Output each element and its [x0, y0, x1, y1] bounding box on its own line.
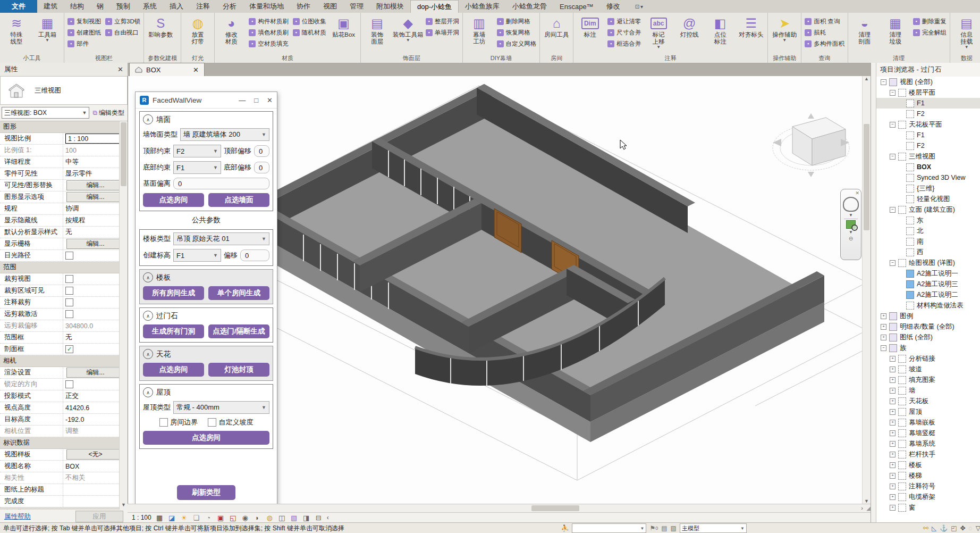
checkbox-房间边界[interactable]: 房间边界: [159, 418, 198, 427]
tree-item-天花板平面[interactable]: −天花板平面: [876, 119, 980, 130]
menu-tab-小鲶鱼族库[interactable]: 小鲶鱼族库: [459, 0, 506, 13]
select-underlay-icon[interactable]: ◺: [932, 524, 936, 532]
property-value[interactable]: 41420.6: [65, 404, 89, 412]
temporary-hide-isolate-icon[interactable]: ◗: [253, 513, 262, 522]
ribbon-button-操作辅助[interactable]: ➤操作辅助▼: [770, 14, 799, 54]
edit-type-button[interactable]: ⧉ 编辑类型: [91, 109, 126, 118]
ribbon-button-点位标注[interactable]: ◧点位标注: [705, 14, 735, 54]
menu-tab-建筑[interactable]: 建筑: [37, 0, 64, 13]
menu-tab-小鲶鱼龙骨[interactable]: 小鲶鱼龙骨: [506, 0, 553, 13]
menu-tab-视图[interactable]: 视图: [317, 0, 343, 13]
tree-toggle-icon[interactable]: +: [881, 324, 886, 330]
menu-tab-分析[interactable]: 分析: [216, 0, 243, 13]
scroll-right-icon[interactable]: ›: [861, 504, 863, 512]
checkbox[interactable]: [65, 380, 73, 388]
property-value[interactable]: -192.0: [65, 416, 84, 423]
tree-item-楼层平面[interactable]: −楼层平面: [876, 87, 980, 98]
tree-item-Synced 3D View[interactable]: Synced 3D View: [876, 172, 980, 183]
tree-item-图例[interactable]: +图例: [876, 311, 980, 321]
reveal-hidden-elements-icon[interactable]: ◍: [265, 513, 274, 522]
ribbon-button-单墙开洞[interactable]: ▪单墙开洞: [424, 27, 461, 38]
ribbon-button-自定义网格[interactable]: ▪自定义网格: [495, 38, 538, 49]
select-创建标高[interactable]: F1▼: [173, 249, 221, 262]
properties-help-link[interactable]: 属性帮助: [4, 512, 31, 521]
property-section-相机[interactable]: 相机⌃: [0, 355, 128, 367]
tree-item-A2施工说明三[interactable]: A2施工说明三: [876, 279, 980, 289]
edit-button[interactable]: 编辑...: [66, 368, 124, 378]
ribbon-button-影响参数[interactable]: S影响参数: [146, 14, 175, 54]
tree-toggle-icon[interactable]: +: [890, 409, 895, 415]
select-by-face-icon[interactable]: ◰: [951, 524, 957, 532]
property-value[interactable]: 100: [65, 147, 77, 154]
select-pinned-icon[interactable]: ⚓: [940, 524, 948, 532]
tree-item-BOX[interactable]: BOX: [876, 162, 980, 172]
button-灯池封顶[interactable]: 灯池封顶: [208, 363, 269, 377]
property-value[interactable]: 协调: [65, 204, 79, 213]
tree-toggle-icon[interactable]: −: [890, 90, 895, 96]
tree-item-坡道[interactable]: +坡道: [876, 364, 980, 374]
tree-toggle-icon[interactable]: +: [890, 494, 895, 500]
temporary-view-properties-icon[interactable]: ◫: [277, 513, 286, 522]
property-value[interactable]: 无: [65, 333, 72, 342]
ribbon-button-房间工具[interactable]: ⌂房间工具: [542, 14, 571, 54]
tree-item-A2施工说明二[interactable]: A2施工说明二: [876, 289, 980, 300]
detail-level-icon[interactable]: ▦: [155, 513, 164, 522]
dialog-titlebar[interactable]: R FacedWallView — □ ✕: [136, 92, 277, 109]
apply-button[interactable]: 应用: [75, 511, 123, 522]
tree-item-窗[interactable]: +窗: [876, 502, 980, 513]
edit-button[interactable]: 编辑...: [66, 239, 124, 249]
properties-close-icon[interactable]: ✕: [117, 65, 123, 73]
ribbon-button-填色材质刷[interactable]: ▪填色材质刷: [247, 27, 290, 38]
checkbox[interactable]: [65, 298, 73, 306]
tree-item-墙[interactable]: +墙: [876, 385, 980, 396]
tree-item-{三维}[interactable]: {三维}: [876, 183, 980, 194]
section-header-roof[interactable]: ∧屋顶: [143, 387, 269, 397]
button-点选房间[interactable]: 点选房间: [143, 193, 204, 207]
tree-item-F1[interactable]: F1: [876, 98, 980, 109]
ribbon-button-自由视口[interactable]: ▪自由视口: [104, 27, 142, 38]
tree-toggle-icon[interactable]: −: [890, 122, 895, 128]
tree-item-F2[interactable]: F2: [876, 140, 980, 151]
menu-tab-结构[interactable]: 结构: [64, 0, 90, 13]
ribbon-button-放置灯带[interactable]: ◍放置灯带: [183, 14, 213, 54]
tree-toggle-icon[interactable]: −: [890, 260, 895, 266]
main-model-dropdown[interactable]: 主模型▼: [680, 523, 747, 533]
workset-panel-icon[interactable]: ▨: [671, 524, 677, 532]
tree-toggle-icon[interactable]: +: [890, 505, 895, 511]
zoom-menu-icon[interactable]: ▼: [849, 230, 853, 235]
tree-item-屋顶[interactable]: +屋顶: [876, 406, 980, 417]
ribbon-button-清理垃圾[interactable]: ▦清理垃圾: [881, 14, 910, 54]
tree-item-栏杆扶手[interactable]: +栏杆扶手: [876, 449, 980, 460]
scroll-down-icon[interactable]: ▼: [120, 502, 128, 510]
tree-toggle-icon[interactable]: +: [890, 420, 895, 426]
tree-item-图纸 (全部)[interactable]: +图纸 (全部): [876, 332, 980, 343]
menu-tab-钢[interactable]: 钢: [90, 0, 110, 13]
menu-tab-管理[interactable]: 管理: [343, 0, 370, 13]
filter-icon[interactable]: ▽0: [976, 524, 980, 532]
view-tab-close-icon[interactable]: ✕: [193, 66, 199, 74]
section-header-wall[interactable]: ∧墙面: [143, 114, 269, 124]
tree-toggle-icon[interactable]: +: [890, 473, 895, 479]
horizontal-scrollbar[interactable]: › ◢: [128, 504, 871, 512]
tree-item-东[interactable]: 东: [876, 215, 980, 226]
vertical-scroll-thumb[interactable]: [864, 124, 869, 230]
button-生成所有门洞[interactable]: 生成所有门洞: [143, 324, 204, 338]
tree-toggle-icon[interactable]: −: [881, 345, 886, 351]
checkbox-自定义坡度[interactable]: 自定义坡度: [208, 418, 254, 427]
property-value[interactable]: 调整: [65, 427, 79, 436]
property-value[interactable]: 显示零件: [65, 169, 92, 178]
tree-toggle-icon[interactable]: +: [890, 367, 895, 372]
tree-item-族[interactable]: −族: [876, 343, 980, 353]
visual-style-icon[interactable]: ◪: [167, 513, 176, 522]
property-value[interactable]: 1 : 100: [65, 134, 125, 144]
type-preview[interactable]: 三维视图: [0, 76, 128, 105]
ribbon-button-创建图纸[interactable]: ▪创建图纸: [66, 27, 103, 38]
tree-item-北[interactable]: 北: [876, 226, 980, 236]
tree-item-F1[interactable]: F1: [876, 130, 980, 140]
ribbon-button-工具箱[interactable]: ▦工具箱▼: [32, 14, 62, 54]
menu-tab-系统[interactable]: 系统: [137, 0, 163, 13]
menu-tab-附加模块[interactable]: 附加模块: [370, 0, 410, 13]
tree-toggle-icon[interactable]: +: [890, 388, 895, 394]
input-基面偏离[interactable]: 0: [173, 178, 269, 189]
ribbon-button-位图收集[interactable]: ▪位图收集: [291, 16, 328, 27]
